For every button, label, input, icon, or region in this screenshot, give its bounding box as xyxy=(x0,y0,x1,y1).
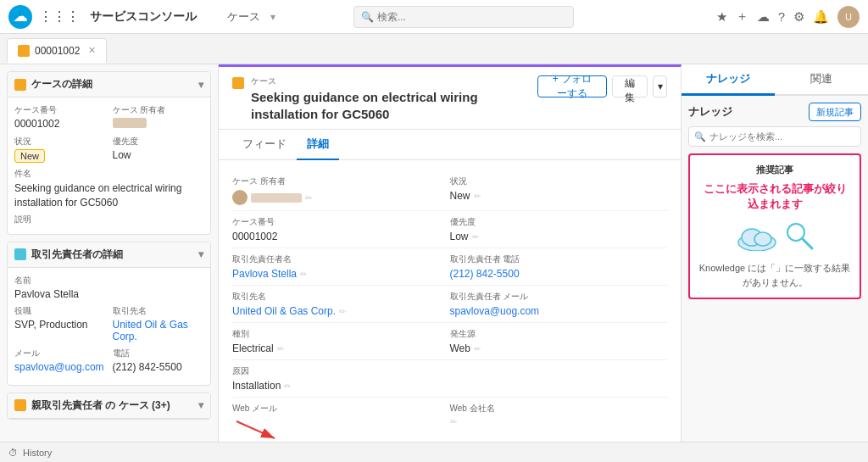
center-breadcrumb: ケース xyxy=(251,75,537,87)
case-number-field: ケース番号 00001002 xyxy=(14,104,106,131)
field-contact-name: 取引先責任者名 Pavlova Stella ✏ xyxy=(232,248,450,286)
account-value[interactable]: United Oil & Gas Corp. xyxy=(113,319,204,342)
field-source-value: Web ✏ xyxy=(450,342,668,354)
contact-edit-icon[interactable]: ✏ xyxy=(300,270,307,279)
field-account-name-value: United Oil & Gas Corp. ✏ xyxy=(232,305,450,317)
reason-edit-icon[interactable]: ✏ xyxy=(284,381,291,391)
status-edit-icon[interactable]: ✏ xyxy=(474,192,481,201)
source-edit-icon[interactable]: ✏ xyxy=(474,344,481,353)
magnifier-illustration xyxy=(784,220,815,251)
search-input[interactable] xyxy=(377,11,566,23)
status-priority-row: 状況 New 優先度 Low xyxy=(14,136,203,163)
knowledge-search-icon: 🔍 xyxy=(694,131,706,142)
field-account-name: 取引先名 United Oil & Gas Corp. ✏ xyxy=(232,286,450,323)
status-bar: ⏱ History xyxy=(0,442,868,462)
tab-feed[interactable]: フィード xyxy=(232,130,297,160)
case-number-row: ケース番号 00001002 ケース 所有者 xyxy=(14,104,203,131)
contact-detail-header: 取引先責任者の詳細 ▾ xyxy=(8,242,210,268)
tab-knowledge[interactable]: ナレッジ xyxy=(682,64,775,96)
tab-related[interactable]: 関連 xyxy=(775,64,868,96)
nav-separator xyxy=(207,9,217,24)
field-source-label: 発生源 xyxy=(450,328,668,340)
field-case-number-value: 00001002 xyxy=(232,231,450,242)
email-value[interactable]: spavlova@uog.com xyxy=(14,361,106,373)
field-web-email-label: Web メール xyxy=(232,403,450,415)
web-company-edit-icon[interactable]: ✏ xyxy=(450,417,457,426)
right-panel: ナレッジ 関連 ナレッジ 新規記事 🔍 推奨記事 ここに表示される記事が絞り込ま… xyxy=(682,64,868,442)
grid-icon[interactable]: ⋮⋮⋮ xyxy=(39,8,80,25)
nav-right-icons: ★ ＋ ☁ ? ⚙ 🔔 U xyxy=(716,6,860,28)
contact-detail-dropdown[interactable]: ▾ xyxy=(198,248,203,260)
center-header: ケース Seeking guidance on electrical wirin… xyxy=(219,67,681,130)
contact-name-value: Pavlova Stella xyxy=(14,288,203,300)
field-contact-name-value: Pavlova Stella ✏ xyxy=(232,268,450,280)
parent-case-icon xyxy=(14,399,26,411)
field-contact-phone-value: (212) 842-5500 xyxy=(450,268,668,280)
more-actions-button[interactable]: ▾ xyxy=(653,75,667,97)
field-case-owner-value: ✏ xyxy=(232,190,450,205)
cloud-icon[interactable]: ☁ xyxy=(757,9,770,25)
history-icon: ⏱ xyxy=(8,448,18,458)
phone-field: 電話 (212) 842-5500 xyxy=(113,348,204,373)
arrow-area xyxy=(232,417,283,442)
role-value: SVP, Production xyxy=(14,319,106,331)
nav-subtitle: ケース xyxy=(227,9,260,25)
avatar[interactable]: U xyxy=(837,6,860,28)
knowledge-search-input[interactable] xyxy=(709,131,855,142)
header-actions: + フォローする 編集 ▾ xyxy=(537,75,667,97)
app-title: サービスコンソール xyxy=(90,9,197,25)
main-layout: ケースの詳細 ▾ ケース番号 00001002 ケース 所有者 xyxy=(0,64,868,442)
settings-icon[interactable]: ⚙ xyxy=(793,9,804,25)
case-detail-dropdown[interactable]: ▾ xyxy=(198,79,203,91)
notification-icon[interactable]: 🔔 xyxy=(813,9,829,25)
search-icon: 🔍 xyxy=(361,11,374,23)
knowledge-title: ナレッジ xyxy=(688,104,732,120)
field-contact-name-label: 取引先責任者名 xyxy=(232,253,450,265)
case-icon xyxy=(14,79,26,91)
field-empty xyxy=(450,360,668,398)
owner-name xyxy=(251,193,302,203)
tab-case-00001002[interactable]: 00001002 ✕ xyxy=(7,38,107,64)
edit-button[interactable]: 編集 xyxy=(612,75,648,97)
subject-value: Seeking guidance on electrical wiring in… xyxy=(14,181,203,210)
field-web-company-value: ✏ xyxy=(450,417,668,426)
subject-label: 件名 xyxy=(14,168,203,180)
tab-detail[interactable]: 詳細 xyxy=(297,130,339,160)
phone-label: 電話 xyxy=(113,348,204,359)
field-web-company: Web 会社名 ✏ xyxy=(450,398,668,442)
field-status-label: 状況 xyxy=(450,175,668,187)
add-icon[interactable]: ＋ xyxy=(736,8,748,25)
knowledge-search[interactable]: 🔍 xyxy=(688,126,861,147)
field-priority-value: Low ✏ xyxy=(450,231,668,242)
contact-detail-body: 名前 Pavlova Stella 役職 SVP, Production 取引先… xyxy=(8,268,210,385)
follow-button[interactable]: + フォローする xyxy=(537,75,607,97)
help-icon[interactable]: ? xyxy=(778,9,785,24)
parent-case-dropdown[interactable]: ▾ xyxy=(198,399,203,411)
cloud-illustration xyxy=(735,220,779,251)
field-case-number-label: ケース番号 xyxy=(232,216,450,228)
owner-edit-icon[interactable]: ✏ xyxy=(305,193,312,203)
case-owner-field: ケース 所有者 xyxy=(113,104,204,131)
field-web-email-value xyxy=(232,417,450,442)
no-results-text: Knowledge には「」に一致する結果がありません。 xyxy=(698,261,851,289)
type-edit-icon[interactable]: ✏ xyxy=(277,344,284,353)
contact-name-label: 名前 xyxy=(14,275,203,287)
priority-edit-icon[interactable]: ✏ xyxy=(472,232,479,242)
bookmark-icon[interactable]: ★ xyxy=(716,9,727,25)
field-account-name-label: 取引先名 xyxy=(232,291,450,303)
status-value: New xyxy=(14,149,106,163)
tab-close-icon[interactable]: ✕ xyxy=(88,45,96,56)
field-type-value: Electrical ✏ xyxy=(232,342,450,354)
new-article-button[interactable]: 新規記事 xyxy=(809,103,861,121)
nav-arrow: ▾ xyxy=(270,11,275,23)
global-search[interactable]: 🔍 xyxy=(353,6,574,28)
status-field: 状況 New xyxy=(14,136,106,163)
email-field: メール spavlova@uog.com xyxy=(14,348,106,373)
case-number-label: ケース番号 xyxy=(14,104,106,116)
center-tabs: フィード 詳細 xyxy=(219,130,681,160)
tab-case-icon xyxy=(18,45,30,57)
svg-point-5 xyxy=(754,232,771,246)
account-label: 取引先名 xyxy=(113,305,204,317)
account-edit-icon[interactable]: ✏ xyxy=(339,307,346,316)
tab-bar: 00001002 ✕ xyxy=(0,34,868,64)
